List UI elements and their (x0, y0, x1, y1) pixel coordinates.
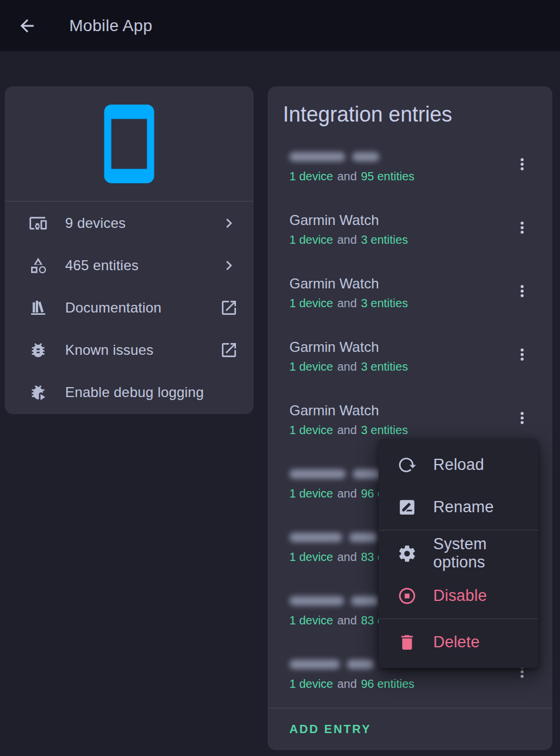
entries-footer: ADD ENTRY (268, 708, 552, 750)
device-link[interactable]: 1 device (289, 485, 333, 502)
devices-icon (29, 214, 48, 233)
entry-summary: 1 device and 3 entities (289, 231, 496, 248)
bug-play-icon (29, 383, 48, 402)
entities-link[interactable]: 95 entities (361, 167, 414, 185)
entries-title: Integration entries (283, 101, 536, 127)
menu-divider (379, 619, 538, 619)
redacted-text-blob (289, 533, 342, 542)
open-in-new-icon (220, 341, 238, 359)
entities-link[interactable]: 3 entities (361, 231, 408, 248)
menu-item-disable[interactable]: Disable (379, 574, 538, 617)
info-row-known-issues[interactable]: Known issues (5, 329, 254, 371)
entry-summary: 1 device and 3 entities (289, 358, 496, 375)
device-link[interactable]: 1 device (289, 294, 333, 312)
open-in-new-icon (220, 298, 238, 317)
dots-vertical-icon (513, 219, 531, 237)
redacted-text-blob (289, 152, 345, 162)
entry-name-redacted (289, 147, 496, 166)
bug-icon (29, 341, 48, 359)
device-link[interactable]: 1 device (289, 358, 333, 375)
menu-item-rename[interactable]: Rename (379, 486, 538, 528)
entry-context-menu: Reload Rename System options Disable Del… (379, 439, 538, 668)
entry-summary: 1 device and 96 entities (289, 675, 496, 693)
redacted-text-blob (349, 533, 377, 542)
add-entry-button[interactable]: ADD ENTRY (289, 723, 371, 736)
entry-name: Garmin Watch (289, 211, 496, 230)
entry-menu-button[interactable] (508, 150, 536, 178)
info-row-465-entities[interactable]: 465 entities (5, 244, 254, 287)
device-link[interactable]: 1 device (289, 611, 333, 629)
entry-summary: 1 device and 3 entities (289, 421, 496, 439)
entry-summary: 1 device and 3 entities (289, 294, 496, 312)
entry-name: Garmin Watch (289, 401, 496, 420)
redacted-text-blob (353, 469, 382, 479)
entry-name: Garmin Watch (289, 338, 496, 357)
redacted-text-blob (289, 596, 344, 606)
device-link[interactable]: 1 device (289, 231, 333, 248)
cog-icon (397, 544, 417, 563)
menu-item-system-options[interactable]: System options (379, 532, 538, 574)
integration-entry-row: 1 device and 95 entities (268, 137, 552, 200)
bookshelf-icon (29, 298, 48, 317)
entry-menu-button[interactable] (508, 404, 536, 432)
integration-entry-row: Garmin Watch 1 device and 3 entities (268, 264, 552, 327)
integration-entry-row: Garmin Watch 1 device and 3 entities (268, 200, 552, 264)
entry-summary: 1 device and 95 entities (289, 167, 496, 185)
stop-circle-icon (397, 586, 417, 606)
device-link[interactable]: 1 device (289, 421, 333, 439)
chevron-right-icon (220, 256, 238, 275)
redacted-text-blob (289, 469, 346, 479)
info-row-enable-debug-logging[interactable]: Enable debug logging (5, 371, 254, 414)
redacted-text-blob (352, 152, 379, 162)
back-button[interactable] (13, 12, 41, 40)
integration-info-card: 9 devices 465 entities Documentation Kno… (5, 86, 254, 414)
info-row-documentation[interactable]: Documentation (5, 287, 254, 329)
entities-link[interactable]: 3 entities (361, 294, 408, 312)
entry-menu-button[interactable] (508, 340, 536, 368)
entry-name: Garmin Watch (289, 274, 496, 293)
entry-menu-button[interactable] (508, 277, 536, 305)
page-title: Mobile App (69, 16, 153, 35)
rename-box-icon (397, 498, 417, 517)
arrow-left-icon (17, 16, 37, 36)
chevron-right-icon (220, 214, 238, 233)
menu-divider (379, 530, 538, 530)
redacted-text-blob (347, 660, 374, 669)
shapes-icon (29, 256, 48, 275)
device-link[interactable]: 1 device (289, 167, 333, 185)
menu-item-reload[interactable]: Reload (379, 443, 538, 486)
entry-menu-button[interactable] (508, 213, 536, 241)
device-link[interactable]: 1 device (289, 548, 333, 566)
dots-vertical-icon (513, 282, 531, 300)
dots-vertical-icon (513, 155, 531, 173)
redacted-text-blob (351, 596, 379, 606)
device-link[interactable]: 1 device (289, 675, 333, 693)
redacted-text-blob (289, 660, 340, 669)
entities-link[interactable]: 96 entities (361, 675, 414, 693)
dots-vertical-icon (513, 409, 531, 427)
integration-entry-row: Garmin Watch 1 device and 3 entities (268, 327, 552, 391)
delete-icon (397, 633, 417, 652)
integration-hero (5, 86, 254, 201)
entities-link[interactable]: 3 entities (361, 358, 408, 375)
menu-item-delete[interactable]: Delete (379, 621, 538, 663)
info-row-9-devices[interactable]: 9 devices (5, 202, 254, 244)
app-header: Mobile App (0, 0, 560, 51)
dots-vertical-icon (513, 345, 531, 364)
reload-icon (397, 455, 417, 475)
entities-link[interactable]: 3 entities (361, 421, 408, 439)
cellphone-icon (86, 101, 172, 187)
info-rows: 9 devices 465 entities Documentation Kno… (5, 201, 254, 414)
